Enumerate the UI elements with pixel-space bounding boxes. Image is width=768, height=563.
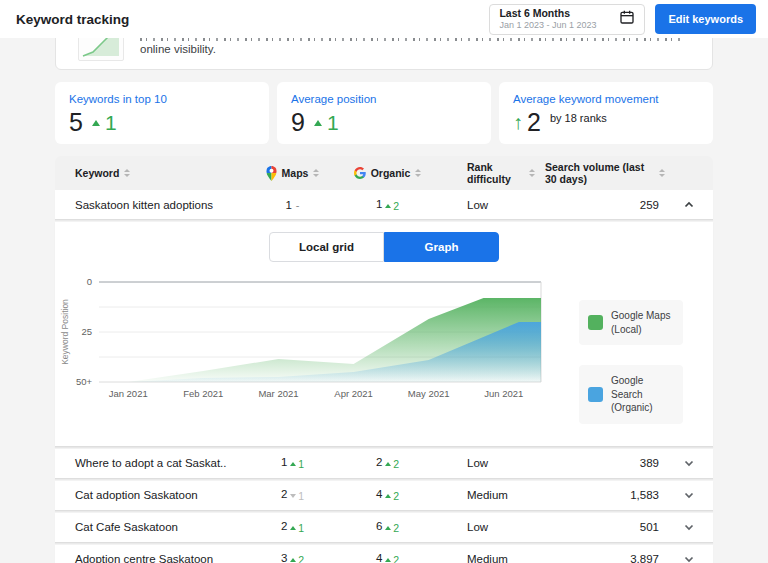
table-header-row: Keyword [55, 156, 713, 190]
keyword-cell: Where to adopt a cat Saskat.. [55, 457, 245, 469]
date-range-selector[interactable]: Last 6 Months Jan 1 2023 - Jun 1 2023 [489, 4, 645, 35]
svg-text:50+: 50+ [76, 376, 93, 387]
organic-rank-cell: 22 [340, 456, 435, 470]
organic-rank-cell: 12 [340, 198, 435, 212]
svg-text:Keyword Position: Keyword Position [60, 299, 70, 365]
organic-rank-cell: 42 [340, 552, 435, 563]
stat-card-keywords-top10: Keywords in top 10 5 1 [55, 82, 269, 144]
scroll-content: online visibility. Keywords in top 10 5 … [55, 0, 713, 563]
chevron-up-icon [683, 199, 695, 211]
up-arrow-icon: ↑ [513, 111, 523, 134]
top-bar: Keyword tracking Last 6 Months Jan 1 202… [0, 0, 768, 38]
keyword-tracking-page: online visibility. Keywords in top 10 5 … [0, 0, 768, 563]
graph-tab[interactable]: Graph [384, 232, 499, 262]
chart-row: 02550+Jan 2021Feb 2021Mar 2021Apr 2021Ma… [55, 270, 713, 444]
legend-swatch [588, 315, 603, 330]
keyword-cell: Cat Cafe Saskatoon [55, 521, 245, 533]
chart-legend: Google Maps(Local) Google Search(Organic… [579, 300, 683, 444]
table-row[interactable]: Adoption centre Saskatoon 32 42 Medium 3… [55, 545, 713, 563]
intro-visible-text: online visibility. [140, 43, 694, 55]
stat-suffix: by 18 ranks [550, 112, 607, 124]
stat-delta: 1 [92, 111, 117, 135]
keyword-position-chart: 02550+Jan 2021Feb 2021Mar 2021Apr 2021Ma… [59, 272, 551, 404]
chevron-down-icon [683, 457, 695, 469]
search-volume-cell: 3,897 [535, 553, 665, 563]
organic-rank-cell: 62 [340, 520, 435, 534]
keyword-cell: Cat adoption Saskatoon [55, 489, 245, 501]
expanded-keyword-panel: Local grid Graph 02550+Jan 2021Feb 2021M… [55, 222, 713, 447]
expand-collapse-button[interactable] [665, 553, 713, 563]
table-row[interactable]: Saskatoon kitten adoptions 1- 12 Low 259 [55, 190, 713, 220]
maps-rank-cell: 11 [245, 456, 340, 470]
svg-text:Jun 2021: Jun 2021 [484, 388, 523, 399]
date-range-label: Last 6 Months [499, 7, 619, 20]
svg-text:25: 25 [81, 326, 92, 337]
up-triangle-icon [385, 558, 391, 562]
stat-label: Keywords in top 10 [69, 93, 255, 105]
up-triangle-icon [290, 462, 296, 466]
stats-row: Keywords in top 10 5 1 Average position … [55, 82, 713, 144]
up-triangle-icon [92, 120, 100, 126]
column-header-rank-difficulty[interactable]: Rank difficulty [435, 161, 535, 185]
table-row[interactable]: Cat Cafe Saskatoon 21 62 Low 501 [55, 513, 713, 543]
maps-rank-cell: 1- [245, 199, 340, 211]
rank-difficulty-cell: Medium [435, 553, 535, 563]
search-volume-cell: 1,583 [535, 489, 665, 501]
stat-card-average-position: Average position 9 1 [277, 82, 491, 144]
column-header-maps[interactable]: Maps [245, 166, 340, 181]
keyword-table: Keyword [55, 156, 713, 563]
rank-difficulty-cell: Low [435, 199, 535, 211]
maps-rank-cell: 21 [245, 488, 340, 502]
google-maps-pin-icon [266, 166, 277, 181]
page-title: Keyword tracking [16, 12, 489, 27]
up-triangle-icon [385, 204, 391, 208]
sort-icon[interactable] [415, 169, 421, 177]
table-body: Saskatoon kitten adoptions 1- 12 Low 259… [55, 190, 713, 563]
up-triangle-icon [385, 526, 391, 530]
search-volume-cell: 389 [535, 457, 665, 469]
table-row[interactable]: Cat adoption Saskatoon 21 42 Medium 1,58… [55, 481, 713, 511]
column-header-organic[interactable]: Organic [340, 167, 435, 179]
expand-collapse-button[interactable] [665, 489, 713, 502]
date-range-value: Jan 1 2023 - Jun 1 2023 [499, 20, 619, 31]
organic-rank-cell: 42 [340, 488, 435, 502]
sort-icon[interactable] [659, 169, 665, 177]
svg-text:Jan 2021: Jan 2021 [109, 388, 148, 399]
expand-collapse-button[interactable] [665, 198, 713, 211]
down-triangle-icon [290, 494, 296, 498]
stat-value: 2 [527, 108, 541, 137]
sort-icon[interactable] [124, 169, 130, 177]
legend-label: Google Search(Organic) [611, 374, 674, 415]
expand-collapse-button[interactable] [665, 457, 713, 470]
column-header-search-volume[interactable]: Search volume (last 30 days) [535, 161, 665, 185]
sort-icon[interactable] [313, 169, 319, 177]
table-row[interactable]: Where to adopt a cat Saskat.. 11 22 Low … [55, 449, 713, 479]
up-triangle-icon [290, 526, 296, 530]
rank-difficulty-cell: Medium [435, 489, 535, 501]
chevron-down-icon [683, 553, 695, 563]
chevron-down-icon [683, 489, 695, 501]
legend-item: Google Search(Organic) [579, 365, 683, 424]
maps-rank-cell: 21 [245, 520, 340, 534]
stat-value: 9 [291, 108, 305, 137]
search-volume-cell: 259 [535, 199, 665, 211]
stat-card-keyword-movement: Average keyword movement ↑ 2 by 18 ranks [499, 82, 713, 144]
maps-rank-cell: 32 [245, 552, 340, 563]
keyword-cell: Saskatoon kitten adoptions [55, 199, 245, 211]
stat-value: 5 [69, 108, 83, 137]
edit-keywords-button[interactable]: Edit keywords [655, 4, 756, 34]
view-toggle: Local grid Graph [269, 232, 499, 262]
stat-label: Average keyword movement [513, 93, 699, 105]
search-volume-cell: 501 [535, 521, 665, 533]
svg-text:May 2021: May 2021 [408, 388, 450, 399]
stat-delta: 1 [314, 111, 339, 135]
keyword-cell: Adoption centre Saskatoon [55, 553, 245, 563]
expand-collapse-button[interactable] [665, 521, 713, 534]
column-header-keyword[interactable]: Keyword [55, 167, 245, 179]
up-triangle-icon [385, 494, 391, 498]
calendar-icon [619, 9, 635, 29]
legend-swatch [588, 387, 603, 402]
local-grid-tab[interactable]: Local grid [269, 232, 384, 262]
svg-text:Mar 2021: Mar 2021 [258, 388, 298, 399]
up-triangle-icon [385, 462, 391, 466]
